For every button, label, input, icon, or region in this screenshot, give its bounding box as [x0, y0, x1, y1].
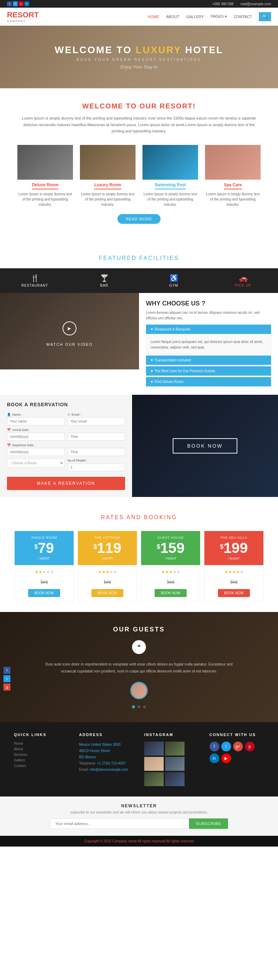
connect-google-icon[interactable]: g+	[233, 741, 243, 751]
name-group: 👤 Name :	[7, 413, 65, 425]
insta-image-1[interactable]	[144, 741, 164, 756]
accordion-deluxe[interactable]: ▼ Find Deluxe Room	[146, 377, 271, 387]
address-street: 46619 Honey Street	[79, 749, 110, 753]
connect-pinterest-icon[interactable]: p	[245, 741, 255, 751]
why-content: WHY CHOOSE US ? Lorem Aenean aliquam nec…	[139, 293, 278, 395]
twitter-icon[interactable]: t	[13, 2, 18, 6]
email-address: mail@example.com	[240, 2, 271, 6]
contact-details: +090 480 088 mail@example.com	[212, 2, 271, 6]
read-more-button[interactable]: READ MORE	[118, 214, 160, 224]
footer-about-link[interactable]: About	[14, 747, 23, 751]
newsletter-title: NEWSLETTER	[14, 803, 264, 808]
deluxe-room-desc: Lorem Ipsum is simply dummy text of the …	[17, 191, 73, 207]
insta-image-6[interactable]	[165, 772, 184, 786]
book-cottage-button[interactable]: Book Now	[91, 589, 123, 597]
dot-1[interactable]	[132, 705, 135, 708]
subscribe-button[interactable]: SUBSCRIBE	[189, 818, 228, 829]
video-area[interactable]: ▶ WATCH OUR VIDEO	[0, 293, 139, 369]
address-email: info@demoexample.com	[90, 768, 128, 772]
address-city: BG Mexico	[79, 755, 96, 759]
contact-info: f t p in	[7, 2, 29, 6]
arrival-time-input[interactable]	[67, 433, 125, 441]
rate-card-guesthouse: GUEST HOUSE $159 / NIGHT ★★★★★ 🛏 Book No…	[141, 531, 200, 601]
single-stars: ★★★★★	[19, 570, 69, 574]
footer-home-link[interactable]: Home	[14, 741, 23, 745]
departure-date-input[interactable]	[7, 448, 65, 456]
side-twitter-icon[interactable]: t	[3, 675, 10, 682]
villa-per-night: / NIGHT	[208, 557, 260, 560]
arrival-date-input[interactable]	[7, 433, 65, 441]
deluxe-room-title: Deluxe Room	[32, 183, 59, 189]
connect-youtube-icon[interactable]: ▶	[221, 753, 231, 763]
guesthouse-price: $159	[145, 541, 197, 555]
insta-image-2[interactable]	[165, 741, 184, 756]
nav-pages[interactable]: Pages ▾	[211, 14, 227, 19]
nav-gallery[interactable]: Gallery	[186, 14, 204, 19]
booking-section: BOOK A RESERVATION 👤 Name : ✉ Email :	[0, 395, 278, 497]
connect-facebook-icon[interactable]: f	[210, 741, 219, 751]
departure-label-text: Departure Date :	[12, 444, 35, 447]
arrival-time-group	[67, 428, 125, 441]
departure-time-input[interactable]	[67, 448, 125, 456]
tab-restaurant[interactable]: 🍴 RESTAURANT	[0, 268, 70, 293]
pinterest-icon[interactable]: p	[19, 2, 24, 6]
name-email-row: 👤 Name : ✉ Email :	[7, 413, 125, 425]
side-google-icon[interactable]: g	[3, 684, 10, 690]
footer-contact-link[interactable]: Contact	[14, 764, 26, 768]
name-label-text: Name :	[12, 413, 22, 416]
rates-section: RATES AND BOOKING SINGLE ROOM $79 / NIGH…	[0, 497, 278, 612]
book-guesthouse-button[interactable]: Book Now	[155, 589, 187, 597]
dot-3[interactable]	[143, 705, 146, 708]
pool-title: Swimming Pool	[155, 183, 186, 189]
search-button[interactable]: 🔍	[259, 12, 271, 21]
newsletter-email-input[interactable]	[50, 818, 189, 829]
logo-subtitle: COMPANY	[7, 19, 39, 22]
villa-price: $199	[208, 541, 260, 555]
insta-image-5[interactable]	[144, 772, 164, 786]
email-input[interactable]	[67, 417, 125, 425]
guesthouse-per-night: / NIGHT	[145, 557, 197, 560]
nav-about[interactable]: About	[166, 14, 179, 19]
reservation-title: BOOK A RESERVATION	[7, 402, 125, 407]
connect-twitter-icon[interactable]: t	[221, 741, 231, 751]
hero-title: WELCOME TO LUXURY HOTEL	[54, 45, 223, 56]
book-villa-button[interactable]: Book Now	[218, 589, 250, 597]
play-button[interactable]: ▶	[62, 321, 76, 336]
make-reservation-button[interactable]: MAKE A RESERVATION	[7, 477, 125, 490]
accordion-transport[interactable]: ▼ Transportation Included	[146, 355, 271, 365]
connect-linkedin-icon[interactable]: in	[210, 753, 219, 763]
logo[interactable]: RESORT COMPANY	[7, 10, 39, 22]
insta-image-4[interactable]	[165, 757, 184, 771]
testimonial-nav-dots	[132, 705, 146, 708]
nav-contact[interactable]: Contact	[234, 14, 252, 19]
room-select[interactable]: Choose a Room Single Room The Cottage Gu…	[7, 459, 65, 468]
features-grid: Deluxe Room Lorem Ipsum is simply dummy …	[21, 145, 257, 207]
tab-pickup[interactable]: 🚗 PICK UP	[208, 268, 278, 293]
side-facebook-icon[interactable]: f	[3, 667, 10, 674]
address-phone: +1 (734) 723-4567	[97, 761, 126, 765]
footer-gallery-link[interactable]: Gallery	[14, 758, 25, 762]
navbar: RESORT COMPANY Home About Gallery Pages …	[0, 8, 278, 26]
deluxe-room-image	[17, 145, 73, 180]
book-single-button[interactable]: Book Now	[28, 589, 60, 597]
accordion-restaurant[interactable]: ▼ Restaurant & Banquets	[146, 325, 271, 334]
insta-image-3[interactable]	[144, 757, 164, 771]
people-input[interactable]	[67, 463, 125, 471]
book-now-button[interactable]: BOOK NOW	[173, 438, 238, 453]
newsletter-subtitle: subscribe to our newsletter and we will …	[14, 810, 264, 814]
email-label-text: Email :	[71, 413, 81, 416]
cottage-price: $119	[81, 541, 133, 555]
tab-gym[interactable]: ♿ GYM	[139, 268, 208, 293]
tab-bar[interactable]: 🍸 BAR	[70, 268, 139, 293]
dot-2[interactable]	[138, 705, 140, 708]
feature-pool: Swimming Pool Lorem Ipsum is simply dumm…	[143, 145, 198, 207]
facebook-icon[interactable]: f	[7, 2, 12, 6]
linkedin-icon[interactable]: in	[24, 2, 29, 6]
accordion-care[interactable]: ▼ The Best Care for Our Precious Guests	[146, 366, 271, 375]
arrival-row: 📅 Arrival Date :	[7, 428, 125, 441]
footer-services-link[interactable]: Services	[14, 753, 27, 757]
depart-calendar-icon: 📅	[7, 444, 11, 447]
name-input[interactable]	[7, 417, 65, 425]
nav-home[interactable]: Home	[148, 14, 159, 19]
accordion-restaurant-content: Lorem Neque porro quisquam est, qui dolo…	[146, 336, 271, 354]
